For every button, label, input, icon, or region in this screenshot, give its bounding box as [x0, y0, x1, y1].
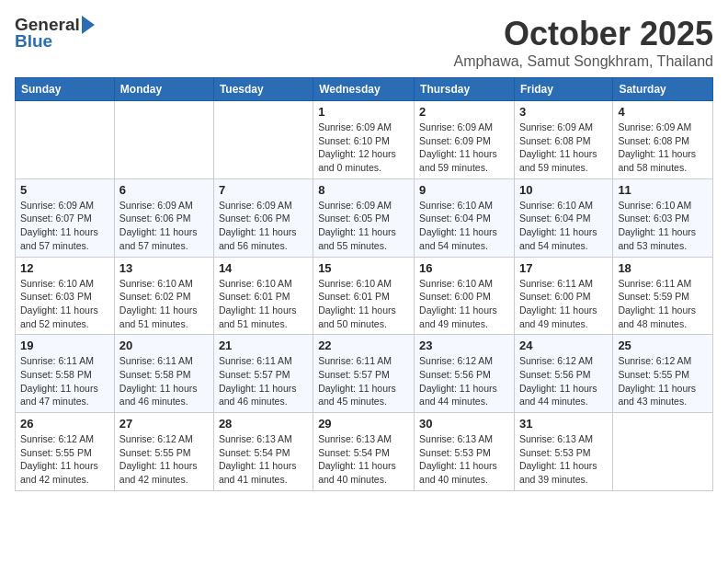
calendar-cell: 3Sunrise: 6:09 AM Sunset: 6:08 PM Daylig…	[514, 101, 612, 179]
day-info: Sunrise: 6:10 AM Sunset: 6:04 PM Dayligh…	[519, 199, 608, 253]
day-info: Sunrise: 6:09 AM Sunset: 6:05 PM Dayligh…	[318, 199, 409, 253]
day-number: 24	[519, 339, 608, 352]
calendar-cell	[213, 101, 313, 179]
weekday-header-row: SundayMondayTuesdayWednesdayThursdayFrid…	[16, 78, 713, 101]
day-number: 5	[20, 183, 109, 197]
calendar-week-row-4: 19Sunrise: 6:11 AM Sunset: 5:58 PM Dayli…	[16, 335, 713, 413]
location-title: Amphawa, Samut Songkhram, Thailand	[453, 53, 713, 70]
page-header: General Blue October 2025 Amphawa, Samut…	[15, 15, 713, 70]
day-number: 20	[119, 339, 209, 352]
logo: General Blue	[15, 15, 95, 52]
calendar-cell: 12Sunrise: 6:10 AM Sunset: 6:03 PM Dayli…	[16, 257, 115, 335]
day-info: Sunrise: 6:13 AM Sunset: 5:53 PM Dayligh…	[419, 432, 509, 487]
day-info: Sunrise: 6:11 AM Sunset: 5:58 PM Dayligh…	[20, 354, 109, 408]
day-number: 25	[618, 339, 708, 352]
day-info: Sunrise: 6:10 AM Sunset: 6:03 PM Dayligh…	[618, 199, 708, 253]
calendar-table: SundayMondayTuesdayWednesdayThursdayFrid…	[15, 77, 713, 491]
day-number: 3	[519, 105, 608, 119]
title-area: October 2025 Amphawa, Samut Songkhram, T…	[453, 15, 713, 70]
weekday-header-thursday: Thursday	[415, 78, 515, 101]
calendar-cell: 23Sunrise: 6:12 AM Sunset: 5:56 PM Dayli…	[415, 335, 515, 413]
calendar-cell: 27Sunrise: 6:12 AM Sunset: 5:55 PM Dayli…	[114, 413, 213, 491]
day-number: 22	[318, 339, 409, 352]
day-info: Sunrise: 6:13 AM Sunset: 5:54 PM Dayligh…	[318, 432, 409, 487]
day-info: Sunrise: 6:11 AM Sunset: 5:57 PM Dayligh…	[318, 354, 409, 408]
day-info: Sunrise: 6:13 AM Sunset: 5:53 PM Dayligh…	[519, 432, 608, 487]
calendar-week-row-1: 1Sunrise: 6:09 AM Sunset: 6:10 PM Daylig…	[16, 101, 713, 179]
calendar-cell: 31Sunrise: 6:13 AM Sunset: 5:53 PM Dayli…	[514, 413, 612, 491]
day-info: Sunrise: 6:10 AM Sunset: 6:01 PM Dayligh…	[219, 277, 308, 331]
weekday-header-tuesday: Tuesday	[213, 78, 313, 101]
calendar-cell: 26Sunrise: 6:12 AM Sunset: 5:55 PM Dayli…	[16, 413, 115, 491]
day-info: Sunrise: 6:12 AM Sunset: 5:55 PM Dayligh…	[20, 432, 109, 487]
day-number: 14	[219, 261, 308, 275]
calendar-cell: 16Sunrise: 6:10 AM Sunset: 6:00 PM Dayli…	[415, 257, 515, 335]
calendar-cell: 2Sunrise: 6:09 AM Sunset: 6:09 PM Daylig…	[415, 101, 515, 179]
day-info: Sunrise: 6:12 AM Sunset: 5:56 PM Dayligh…	[419, 354, 509, 408]
calendar-cell	[16, 101, 115, 179]
calendar-cell: 5Sunrise: 6:09 AM Sunset: 6:07 PM Daylig…	[16, 178, 115, 257]
calendar-cell: 19Sunrise: 6:11 AM Sunset: 5:58 PM Dayli…	[16, 335, 115, 413]
day-number: 16	[419, 261, 509, 275]
calendar-cell: 18Sunrise: 6:11 AM Sunset: 5:59 PM Dayli…	[613, 257, 713, 335]
day-number: 27	[119, 417, 209, 431]
day-info: Sunrise: 6:10 AM Sunset: 6:01 PM Dayligh…	[318, 277, 409, 331]
day-info: Sunrise: 6:09 AM Sunset: 6:06 PM Dayligh…	[219, 199, 308, 253]
day-info: Sunrise: 6:13 AM Sunset: 5:54 PM Dayligh…	[219, 432, 308, 487]
day-info: Sunrise: 6:09 AM Sunset: 6:10 PM Dayligh…	[318, 121, 409, 175]
day-number: 8	[318, 183, 409, 197]
calendar-cell	[114, 101, 213, 179]
calendar-cell: 9Sunrise: 6:10 AM Sunset: 6:04 PM Daylig…	[415, 178, 515, 257]
day-info: Sunrise: 6:11 AM Sunset: 5:59 PM Dayligh…	[618, 277, 708, 331]
day-info: Sunrise: 6:11 AM Sunset: 5:58 PM Dayligh…	[119, 354, 209, 408]
day-number: 28	[219, 417, 308, 431]
day-number: 4	[618, 105, 708, 119]
calendar-cell: 25Sunrise: 6:12 AM Sunset: 5:55 PM Dayli…	[613, 335, 713, 413]
day-info: Sunrise: 6:10 AM Sunset: 6:04 PM Dayligh…	[419, 199, 509, 253]
day-number: 6	[119, 183, 209, 197]
day-number: 23	[419, 339, 509, 352]
calendar-cell: 10Sunrise: 6:10 AM Sunset: 6:04 PM Dayli…	[514, 178, 612, 257]
day-number: 11	[618, 183, 708, 197]
logo-arrow-icon	[82, 16, 95, 34]
day-number: 2	[419, 105, 509, 119]
day-number: 15	[318, 261, 409, 275]
calendar-cell: 30Sunrise: 6:13 AM Sunset: 5:53 PM Dayli…	[415, 413, 515, 491]
day-info: Sunrise: 6:09 AM Sunset: 6:06 PM Dayligh…	[119, 199, 209, 253]
calendar-cell: 20Sunrise: 6:11 AM Sunset: 5:58 PM Dayli…	[114, 335, 213, 413]
weekday-header-sunday: Sunday	[16, 78, 115, 101]
day-info: Sunrise: 6:09 AM Sunset: 6:09 PM Dayligh…	[419, 121, 509, 175]
day-number: 9	[419, 183, 509, 197]
day-info: Sunrise: 6:10 AM Sunset: 6:00 PM Dayligh…	[419, 277, 509, 331]
day-info: Sunrise: 6:09 AM Sunset: 6:07 PM Dayligh…	[20, 199, 109, 253]
calendar-cell: 1Sunrise: 6:09 AM Sunset: 6:10 PM Daylig…	[313, 101, 415, 179]
day-number: 17	[519, 261, 608, 275]
weekday-header-monday: Monday	[114, 78, 213, 101]
day-number: 1	[318, 105, 409, 119]
day-info: Sunrise: 6:12 AM Sunset: 5:55 PM Dayligh…	[618, 354, 708, 408]
calendar-week-row-3: 12Sunrise: 6:10 AM Sunset: 6:03 PM Dayli…	[16, 257, 713, 335]
day-number: 26	[20, 417, 109, 431]
day-info: Sunrise: 6:09 AM Sunset: 6:08 PM Dayligh…	[519, 121, 608, 175]
calendar-cell: 29Sunrise: 6:13 AM Sunset: 5:54 PM Dayli…	[313, 413, 415, 491]
day-number: 29	[318, 417, 409, 431]
day-info: Sunrise: 6:10 AM Sunset: 6:03 PM Dayligh…	[20, 277, 109, 331]
calendar-cell: 24Sunrise: 6:12 AM Sunset: 5:56 PM Dayli…	[514, 335, 612, 413]
day-number: 10	[519, 183, 608, 197]
day-number: 13	[119, 261, 209, 275]
calendar-week-row-2: 5Sunrise: 6:09 AM Sunset: 6:07 PM Daylig…	[16, 178, 713, 257]
calendar-cell: 22Sunrise: 6:11 AM Sunset: 5:57 PM Dayli…	[313, 335, 415, 413]
calendar-cell: 17Sunrise: 6:11 AM Sunset: 6:00 PM Dayli…	[514, 257, 612, 335]
day-info: Sunrise: 6:09 AM Sunset: 6:08 PM Dayligh…	[618, 121, 708, 175]
calendar-cell: 8Sunrise: 6:09 AM Sunset: 6:05 PM Daylig…	[313, 178, 415, 257]
calendar-cell: 21Sunrise: 6:11 AM Sunset: 5:57 PM Dayli…	[213, 335, 313, 413]
day-info: Sunrise: 6:10 AM Sunset: 6:02 PM Dayligh…	[119, 277, 209, 331]
month-title: October 2025	[453, 15, 713, 53]
day-info: Sunrise: 6:11 AM Sunset: 6:00 PM Dayligh…	[519, 277, 608, 331]
day-info: Sunrise: 6:12 AM Sunset: 5:56 PM Dayligh…	[519, 354, 608, 408]
day-number: 18	[618, 261, 708, 275]
calendar-cell: 4Sunrise: 6:09 AM Sunset: 6:08 PM Daylig…	[613, 101, 713, 179]
day-number: 12	[20, 261, 109, 275]
calendar-cell: 28Sunrise: 6:13 AM Sunset: 5:54 PM Dayli…	[213, 413, 313, 491]
logo-blue-text: Blue	[15, 31, 52, 52]
